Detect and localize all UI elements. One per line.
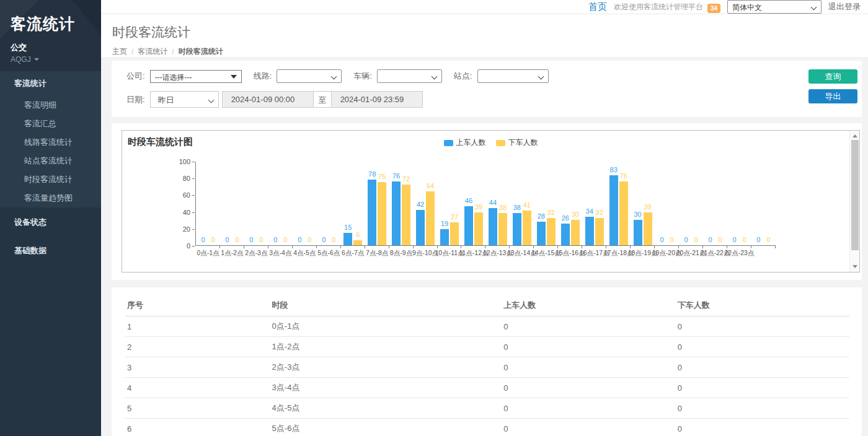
home-link[interactable]: 首页 [588,1,607,13]
export-button[interactable]: 导出 [808,89,857,103]
bar[interactable] [561,224,570,245]
company-select-value: ---请选择--- [155,73,192,82]
scroll-down-icon[interactable] [852,265,857,268]
bar-value-label: 34 [586,207,593,215]
bar-slot: 0 [706,162,714,245]
notification-badge[interactable]: 34 [707,4,720,13]
bar-value-label: 28 [538,212,545,220]
date-label: 日期: [126,94,145,105]
table-header-cell: 上车人数 [502,295,675,316]
table-cell: 0 [502,378,675,398]
legend-item[interactable]: 下车人数 [496,137,538,148]
bar-slot: 42 [416,162,425,245]
table-body: 10点-1点0021点-2点0032点-3点0043点-4点0054点-5点00… [125,316,849,436]
bar[interactable] [378,182,386,245]
table-panel: 序号时段上车人数下车人数 10点-1点0021点-2点0032点-3点0043点… [112,287,862,436]
bar[interactable] [619,181,628,245]
bar[interactable] [537,222,546,245]
bar-value-label: 0 [732,236,736,243]
date-range-group: 2024-01-09 00:00 至 2024-01-09 23:59 [222,91,423,108]
y-axis-tick-icon [192,195,195,196]
bar[interactable] [392,181,401,245]
sidebar-section-header[interactable]: 基础数据 [0,238,101,263]
bar[interactable] [416,210,425,245]
filter-row-1: 公司: ---请选择--- 线路: 车辆: 站点: [126,69,800,83]
bar-slot: 32 [547,162,556,245]
bar-value-label: 0 [211,236,215,243]
bar-slot: 0 [223,162,231,245]
sidebar-item[interactable]: 客流明细 [0,96,101,115]
bar[interactable] [426,191,435,245]
bar-slot: 0 [247,162,255,245]
bar-slot: 83 [609,162,618,245]
bar[interactable] [489,208,497,245]
station-select[interactable] [477,69,549,83]
bar-slot: 0 [692,162,701,245]
date-to-input[interactable]: 2024-01-09 23:59 [331,91,423,108]
bar[interactable] [547,218,556,245]
table-cell: 0 [676,419,849,436]
bar[interactable] [343,233,352,245]
legend-label: 上车人数 [456,137,486,148]
bar[interactable] [464,206,473,245]
bar-slot: 0 [305,162,314,245]
bar[interactable] [634,220,642,245]
table-cell: 0 [676,378,849,398]
bar-slot: 44 [489,162,497,245]
company-select[interactable]: ---请选择--- [150,70,242,83]
breadcrumb-item[interactable]: 客流统计 [138,46,167,57]
sidebar-item[interactable]: 站点客流统计 [0,152,101,170]
bar[interactable] [353,240,362,245]
table-row: 21点-2点00 [125,337,849,357]
bar-group: 1566点-7点 [341,162,365,245]
bar[interactable] [402,185,410,245]
scrollbar-thumb[interactable] [851,140,859,250]
table-cell: 0 [502,316,675,337]
bar[interactable] [595,218,604,245]
bar-slot: 0 [208,162,217,245]
sidebar-item[interactable]: 客流量趋势图 [0,189,101,207]
bar-value-label: 76 [620,172,627,180]
date-preset-select[interactable]: 昨日 [150,91,219,108]
bar-slot: 0 [668,162,676,245]
bar[interactable] [450,222,459,245]
language-select[interactable]: 简体中文 [727,0,822,14]
date-from-input[interactable]: 2024-01-09 00:00 [222,91,314,108]
legend-item[interactable]: 上车人数 [444,137,486,148]
line-select[interactable] [277,69,342,83]
bar[interactable] [644,212,652,245]
bar[interactable] [513,213,521,245]
bar-group: 0022点-23点 [727,162,751,245]
bar-value-label: 32 [547,209,555,216]
sidebar-item[interactable]: 线路客流统计 [0,133,101,152]
vehicle-select[interactable] [377,69,442,83]
sidebar-item[interactable]: 客流汇总 [0,115,101,133]
bar[interactable] [585,217,594,245]
bar[interactable] [609,175,618,245]
bar[interactable] [498,213,507,245]
bar-value-label: 0 [298,236,301,243]
logout-link[interactable]: 退出登录 [828,1,861,12]
y-axis-label: 80 [169,175,190,182]
bar-group: 303918点-19点 [631,162,655,245]
bar[interactable] [523,211,531,245]
y-axis-tick-icon [192,162,195,162]
sidebar-section-header[interactable]: 客流统计 [0,71,101,96]
bar[interactable] [571,220,580,245]
table-row: 54点-5点00 [125,398,849,419]
bar[interactable] [368,180,376,245]
bar[interactable] [474,212,483,245]
bar[interactable] [440,229,449,245]
chart-scrollbar[interactable] [849,131,859,272]
scroll-up-icon[interactable] [852,134,857,137]
bar-group: 002点-3点 [244,162,268,245]
station-label: 站点: [454,71,472,82]
y-axis-label: 40 [169,209,190,216]
query-button[interactable]: 查询 [808,69,857,84]
org-selector[interactable]: AQGJ [11,55,101,64]
sidebar-item[interactable]: 时段客流统计 [0,170,101,189]
bar-group: 192710点-11点 [438,162,462,245]
sidebar-section-header[interactable]: 设备状态 [0,210,101,235]
chart-title: 时段车流统计图 [128,136,193,148]
breadcrumb-item[interactable]: 主页 [112,46,127,57]
